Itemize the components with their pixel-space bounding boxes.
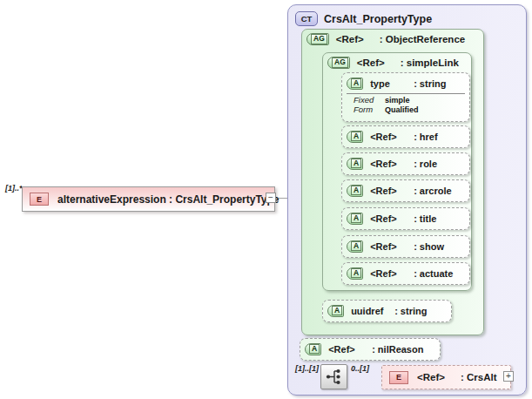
attribute-type[interactable]: A type : string Fixed simple Form Qualif… bbox=[341, 72, 470, 122]
group-type: : ObjectReference bbox=[380, 34, 465, 44]
attribute-datatype: : string bbox=[414, 78, 446, 89]
attribute-icon: A bbox=[347, 131, 363, 143]
attribute-datatype: : string bbox=[394, 306, 427, 316]
facet-value: Qualified bbox=[385, 105, 419, 115]
attribute-uuidref[interactable]: A uuidref : string bbox=[322, 300, 452, 322]
attribute-datatype: : arcrole bbox=[414, 186, 451, 196]
attribute-name: type bbox=[370, 78, 414, 89]
attribute-name: <Ref> bbox=[370, 241, 414, 252]
element-ref-type: : CrsAlt bbox=[461, 372, 497, 382]
element-icon: E bbox=[389, 371, 408, 384]
attribute-name: uuidref bbox=[351, 306, 394, 316]
attribute-group-icon: AG bbox=[306, 33, 329, 45]
attribute-nilreason[interactable]: A <Ref> : nilReason bbox=[300, 338, 441, 361]
attribute-icon: A bbox=[347, 213, 363, 225]
attribute-group-objectreference[interactable]: AG <Ref> : ObjectReference AG <Ref> : si… bbox=[301, 29, 484, 335]
element-ref-name: <Ref> bbox=[417, 372, 461, 382]
xsd-diagram: [1]..* E alternativeExpression : CrsAlt_… bbox=[0, 0, 532, 399]
choice-compositor-button[interactable] bbox=[320, 364, 347, 389]
attribute-datatype: : nilReason bbox=[372, 344, 423, 355]
attribute-role[interactable]: A <Ref> : role bbox=[341, 152, 470, 175]
cardinality-label: 0..[1] bbox=[351, 364, 369, 373]
attribute-icon: A bbox=[347, 78, 363, 90]
element-crsalt[interactable]: E <Ref> : CrsAlt bbox=[381, 365, 511, 389]
facet-value: simple bbox=[385, 96, 410, 105]
attribute-show[interactable]: A <Ref> : show bbox=[341, 235, 470, 258]
attribute-href[interactable]: A <Ref> : href bbox=[341, 125, 470, 148]
complex-type-header: CT CrsAlt_PropertyType bbox=[295, 11, 432, 26]
attribute-title[interactable]: A <Ref> : title bbox=[341, 207, 470, 230]
group-name: <Ref> bbox=[357, 57, 401, 68]
attribute-datatype: : show bbox=[414, 241, 444, 252]
element-alternativeexpression[interactable]: E alternativeExpression : CrsAlt_Propert… bbox=[22, 186, 275, 212]
attribute-arcrole[interactable]: A <Ref> : arcrole bbox=[341, 179, 470, 202]
attribute-datatype: : role bbox=[414, 159, 437, 169]
element-label: alternativeExpression : CrsAlt_PropertyT… bbox=[57, 193, 279, 206]
complex-type-box[interactable]: CT CrsAlt_PropertyType AG <Ref> : Object… bbox=[287, 4, 527, 396]
attribute-group-simplelink[interactable]: AG <Ref> : simpleLink A type : string Fi… bbox=[322, 52, 472, 291]
attribute-datatype: : href bbox=[414, 132, 438, 142]
attribute-icon: A bbox=[347, 240, 363, 253]
attribute-name: <Ref> bbox=[370, 159, 414, 169]
attribute-icon: A bbox=[347, 267, 363, 280]
attribute-icon: A bbox=[347, 158, 363, 170]
attribute-actuate[interactable]: A <Ref> : actuate bbox=[341, 262, 470, 285]
choice-compositor-icon bbox=[325, 368, 343, 386]
attribute-name: <Ref> bbox=[370, 186, 414, 196]
attribute-icon: A bbox=[305, 343, 321, 355]
cardinality-label: [1]..[1] bbox=[295, 364, 319, 373]
group-type: : simpleLink bbox=[401, 57, 459, 68]
attribute-name: <Ref> bbox=[328, 344, 372, 355]
attribute-name: <Ref> bbox=[370, 268, 414, 279]
attribute-name: <Ref> bbox=[370, 132, 414, 142]
complex-type-icon: CT bbox=[295, 11, 318, 26]
attribute-datatype: : actuate bbox=[414, 268, 453, 279]
attribute-name: <Ref> bbox=[370, 213, 414, 224]
attribute-datatype: : title bbox=[414, 213, 436, 224]
group-name: <Ref> bbox=[336, 34, 380, 44]
expand-handle[interactable]: + bbox=[503, 371, 514, 382]
complex-type-title: CrsAlt_PropertyType bbox=[324, 13, 432, 25]
facet-table: Fixed simple Form Qualified bbox=[347, 93, 465, 114]
collapse-handle[interactable]: − bbox=[266, 193, 276, 203]
group-header: AG <Ref> : simpleLink bbox=[327, 57, 459, 69]
facet-label: Form bbox=[354, 105, 385, 115]
attribute-icon: A bbox=[347, 185, 363, 197]
cardinality-label: [1]..* bbox=[5, 184, 23, 193]
facet-label: Fixed bbox=[354, 96, 385, 105]
group-header: AG <Ref> : ObjectReference bbox=[306, 33, 465, 45]
element-icon: E bbox=[30, 193, 49, 206]
attribute-group-icon: AG bbox=[327, 57, 350, 69]
attribute-icon: A bbox=[327, 305, 344, 317]
